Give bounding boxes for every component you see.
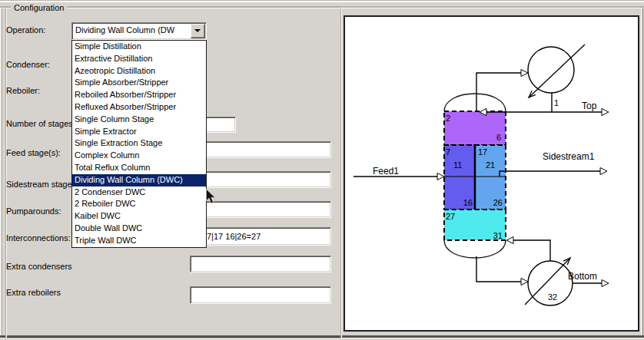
top-product-arrow (602, 109, 609, 116)
arrow-into-reboiler (521, 279, 528, 286)
dropdown-item[interactable]: Simple Distillation (72, 41, 206, 53)
interconnections-input[interactable] (191, 228, 330, 245)
stage-number: 17 (478, 147, 487, 157)
interconnections-label: Interconnections: (6, 233, 71, 243)
sidestream-label: Sidestream1 (543, 151, 595, 162)
stage-number: 7 (446, 147, 450, 157)
operation-combobox[interactable]: Dividing Wall Column (DW (71, 22, 207, 40)
extra-reboilers-box (190, 286, 331, 304)
extra-condensers-input[interactable] (191, 256, 330, 272)
window-right-edge (642, 8, 643, 335)
combobox-dropdown-button[interactable] (191, 24, 205, 38)
groupbox-title: Configuration (11, 3, 67, 12)
extra-reboilers-input[interactable] (191, 287, 330, 303)
dropdown-item[interactable]: Refluxed Absorber/Stripper (72, 101, 206, 114)
number-of-stages-label: Number of stages: (6, 119, 75, 128)
stage-number: 2 (446, 114, 450, 123)
bottom-stream-label: Bottom (568, 271, 597, 282)
dropdown-item[interactable]: Complex Column (72, 150, 206, 162)
stage-number: 16 (463, 198, 473, 207)
vapor-line (476, 73, 521, 111)
stage-number: 31 (493, 231, 503, 240)
stage-number: 27 (446, 212, 455, 221)
window-left-edge (0, 8, 1, 335)
reboiler-label: Reboiler: (6, 86, 40, 95)
stage-number: 21 (486, 160, 495, 170)
stage-number: 26 (493, 198, 503, 207)
column-diagram-panel: 2 6 7 17 11 21 16 26 27 31 1 32 Feed1 Si… (344, 15, 639, 332)
dropdown-item[interactable]: Double Wall DWC (72, 223, 206, 235)
extra-condensers-box (190, 256, 331, 272)
column-bottom-dome (444, 240, 506, 258)
sidestream-stages-box (190, 171, 331, 188)
sidestream-line (500, 171, 601, 177)
dwc-diagram: 2 6 7 17 11 21 16 26 27 31 1 32 Feed1 Si… (344, 15, 639, 332)
condenser-stage-number: 1 (554, 98, 559, 107)
bottoms-line (476, 256, 522, 282)
extra-condensers-label: Extra condensers (6, 262, 72, 271)
dropdown-item[interactable]: Total Reflux Column (72, 162, 206, 174)
operation-combobox-value: Dividing Wall Column (DW (75, 25, 191, 35)
pumparounds-label: Pumparounds: (6, 206, 61, 216)
condenser-label: Condenser: (6, 60, 50, 69)
dropdown-item[interactable]: Triple Wall DWC (72, 235, 206, 247)
interconnections-box (190, 227, 331, 246)
operation-label: Operation: (6, 25, 45, 35)
top-stream-label: Top (582, 101, 597, 111)
feed-stages-box (190, 141, 331, 158)
reboiler-return-line (513, 240, 550, 261)
dropdown-item[interactable]: Simple Extractor (72, 126, 206, 138)
stage-number: 11 (453, 160, 462, 170)
return-arrow (506, 237, 513, 244)
sidestream-stages-input[interactable] (191, 172, 330, 187)
condenser-circle (528, 47, 574, 93)
dropdown-item[interactable]: Reboiled Absorber/Stripper (72, 89, 206, 101)
dropdown-item[interactable]: Extractive Distillation (72, 53, 206, 65)
stage-number: 6 (496, 133, 501, 142)
feed-arrow (437, 173, 444, 180)
reboiler-stage-number: 32 (548, 292, 557, 302)
sidestream-arrow (600, 168, 607, 175)
chevron-down-icon (194, 29, 201, 32)
dropdown-item[interactable]: Single Extraction Stage (72, 137, 206, 150)
feed-stages-label: Feed stage(s): (6, 148, 61, 157)
arrow-into-condenser (521, 70, 528, 77)
dropdown-item[interactable]: Simple Absorber/Stripper (72, 77, 206, 89)
dropdown-item[interactable]: Dividing Wall Column (DWC) (72, 174, 206, 187)
dropdown-item[interactable]: Kaibel DWC (72, 210, 206, 223)
dropdown-item[interactable]: 2 Condenser DWC (72, 187, 206, 199)
dropdown-item[interactable]: Azeotropic Distillation (72, 65, 206, 78)
feed-stream-label: Feed1 (373, 166, 399, 177)
feed-stages-input[interactable] (191, 142, 330, 157)
configuration-window: Configuration Operation: Condenser: Rebo… (0, 0, 644, 340)
dropdown-item[interactable]: Single Column Stage (72, 114, 206, 126)
operation-dropdown-list: Simple Distillation Extractive Distillat… (71, 40, 207, 248)
extra-reboilers-label: Extra reboilers (6, 288, 61, 297)
dropdown-item[interactable]: 2 Reboiler DWC (72, 198, 206, 210)
sidestream-stages-label: Sidestream stages: (6, 180, 78, 189)
window-left-edge-shadow (2, 8, 2, 335)
mouse-cursor-icon (206, 189, 217, 205)
window-right-edge-highlight (641, 8, 642, 335)
column-top-dome (444, 94, 506, 111)
bottom-product-arrow (602, 280, 609, 287)
